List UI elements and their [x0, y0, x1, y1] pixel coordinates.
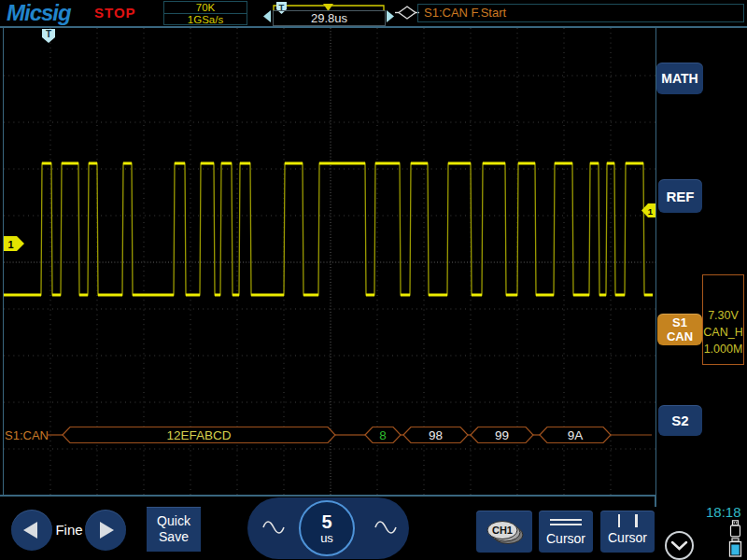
- battery-icon: [727, 538, 743, 558]
- vertical-cursor-button[interactable]: Cursor: [600, 511, 655, 553]
- acquisition-info-box[interactable]: 70K 1GSa/s: [163, 1, 247, 25]
- can-decode-value: 12EFABCD: [166, 428, 231, 442]
- horizontal-offset-readout[interactable]: 29.8us: [273, 10, 386, 26]
- collapse-menu-button[interactable]: [665, 531, 694, 560]
- sine-slow-icon[interactable]: [262, 519, 285, 536]
- channel-1-marker-label: 1: [7, 239, 13, 250]
- s1-info-box[interactable]: 7.30V CAN_H 1.000M: [702, 274, 744, 365]
- chevron-down-icon: [667, 533, 692, 558]
- s1-baudrate-value: 1.000M: [704, 341, 743, 357]
- trigger-settings-readout[interactable]: S1:CAN F.Start: [417, 4, 744, 22]
- sine-fast-icon[interactable]: [374, 519, 397, 536]
- trigger-source-diamond-icon: [399, 7, 416, 19]
- fine-increase-button[interactable]: [85, 510, 126, 551]
- horizontal-cursor-icon: [550, 516, 582, 528]
- svg-text:CH1: CH1: [492, 525, 513, 536]
- clock: 18:18: [706, 504, 741, 520]
- oscilloscope-screen: Micsig STOP 70K 1GSa/s T 29.8us S1:CAN F…: [0, 0, 747, 560]
- memory-depth: 70K: [164, 2, 247, 14]
- can-decode-value: 8: [379, 428, 387, 442]
- s1-threshold-value: 7.30V: [708, 307, 739, 324]
- horizontal-cursor-button[interactable]: Cursor: [539, 511, 593, 553]
- ch1-stacked-icon: CH1: [481, 516, 528, 548]
- pan-right-arrow-icon[interactable]: [387, 10, 394, 22]
- micsig-logo: Micsig: [7, 0, 71, 26]
- trigger-level-marker-label: 1: [648, 206, 654, 217]
- waveform-plot-area[interactable]: T11S1:CAN12EFABCD898999A: [3, 27, 656, 497]
- left-triangle-icon: [23, 522, 37, 539]
- s2-button[interactable]: S2: [658, 405, 702, 436]
- ref-button[interactable]: REF: [658, 179, 702, 213]
- plot-corner-divider: [655, 495, 656, 507]
- s1-source-value: CAN_H: [703, 324, 742, 341]
- s1-can-button[interactable]: S1 CAN: [657, 314, 702, 345]
- timebase-value: 5: [321, 512, 331, 531]
- right-triangle-icon: [100, 522, 114, 539]
- s1-label: S1: [672, 315, 687, 329]
- timebase-unit: us: [320, 532, 333, 544]
- sample-rate: 1GSa/s: [164, 14, 247, 25]
- waveform-svg: T11S1:CAN12EFABCD898999A: [4, 28, 655, 496]
- s1-protocol-label: CAN: [667, 329, 693, 343]
- trigger-position-marker-label: T: [46, 29, 51, 39]
- run-state-badge[interactable]: STOP: [94, 5, 136, 21]
- vertical-cursor-icon: [618, 514, 638, 527]
- pan-left-arrow-icon[interactable]: [263, 10, 271, 22]
- can-decode-value: 98: [429, 428, 443, 442]
- fine-label: Fine: [52, 522, 86, 538]
- horizontal-cursor-label: Cursor: [546, 531, 585, 546]
- can-decode-value: 9A: [568, 428, 584, 442]
- quick-save-line2: Save: [159, 529, 189, 545]
- can-decode-value: 99: [495, 428, 509, 442]
- can-waveform-trace: [4, 163, 653, 295]
- quick-save-button[interactable]: Quick Save: [147, 507, 201, 552]
- channel-1-marker[interactable]: [4, 236, 24, 251]
- timebase-knob[interactable]: 5 us: [299, 500, 355, 556]
- math-button[interactable]: MATH: [656, 63, 703, 94]
- can-waveform-trace-bright: [4, 163, 653, 295]
- plot-bottom-divider: [0, 495, 655, 497]
- quick-save-line1: Quick: [157, 513, 190, 529]
- channel-select-button[interactable]: CH1: [476, 511, 532, 553]
- fine-decrease-button[interactable]: [11, 510, 52, 551]
- can-decode-label: S1:CAN: [5, 428, 49, 442]
- usb-icon: [728, 520, 742, 538]
- vertical-cursor-label: Cursor: [608, 530, 647, 545]
